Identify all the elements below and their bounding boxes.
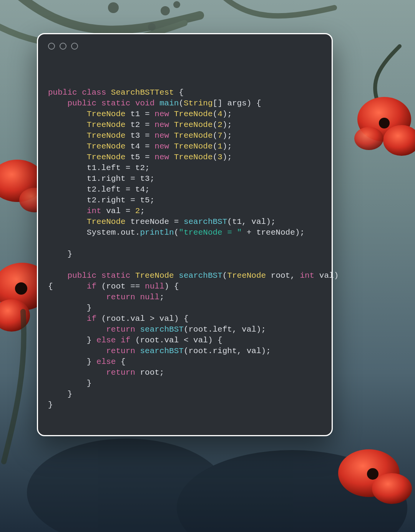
- svg-point-17: [372, 473, 412, 504]
- svg-point-18: [367, 468, 378, 480]
- svg-point-2: [161, 6, 170, 15]
- svg-point-13: [15, 282, 27, 295]
- code-block[interactable]: public class SearchBSTTest { public stat…: [48, 77, 322, 410]
- svg-point-1: [108, 2, 119, 13]
- svg-point-4: [173, 1, 180, 8]
- window-dot-3[interactable]: [71, 43, 78, 50]
- svg-point-7: [354, 127, 383, 150]
- titlebar: [48, 43, 322, 50]
- window-dot-2[interactable]: [60, 43, 66, 50]
- code-window: public class SearchBSTTest { public stat…: [37, 33, 333, 436]
- window-dot-1[interactable]: [48, 43, 55, 50]
- svg-point-3: [148, 23, 156, 31]
- svg-point-8: [379, 118, 390, 128]
